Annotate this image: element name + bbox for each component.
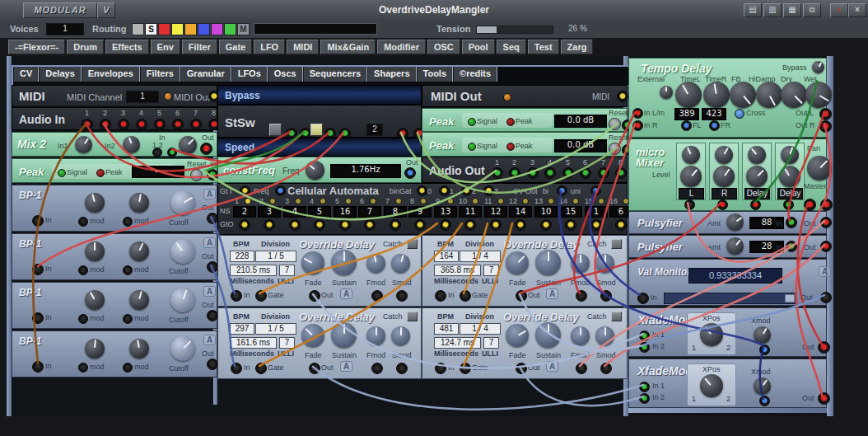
routing-swatch-0[interactable] [132,23,144,35]
audio-out-port-6[interactable] [580,167,591,179]
ca-gto-port-1[interactable] [239,219,250,231]
xfademod2-xmod-port[interactable] [759,396,770,406]
od1-division-field[interactable]: 1 / 5 [255,251,296,262]
tab-granular[interactable]: Granular [180,67,231,82]
peak-left-in-port[interactable] [207,169,218,180]
mixer-r-port[interactable] [717,199,728,210]
bp1-3-mod2-knob[interactable] [129,290,149,310]
ca-ns-field[interactable]: 3 [258,206,281,218]
val-monitor-slider-thumb[interactable] [785,294,795,302]
ca-ns-field[interactable]: 2 [233,206,256,218]
mixer-delay2-port[interactable] [783,199,794,210]
tab-filters[interactable]: Filters [140,67,180,82]
ca-gto-port-13[interactable] [540,219,552,231]
od4-bpm-field[interactable]: 481 [434,323,459,335]
audio-in-port-2[interactable] [100,119,111,130]
bp1-2-mod2-knob[interactable] [129,241,149,261]
tab-zarg[interactable]: Zarg [561,40,594,54]
ca-ns-field[interactable]: 8 [384,206,407,218]
ca-gto-port-12[interactable] [515,219,526,231]
audio-out-port-2[interactable] [509,167,520,179]
routing-swatch-yellow[interactable] [171,23,184,35]
val-monitor-out-port[interactable] [820,292,832,303]
routing-swatch-magenta[interactable] [211,23,223,35]
audio-in-port-4[interactable] [136,119,147,130]
audio-in-port-3[interactable] [118,119,129,130]
mixer-master-out-r-port[interactable] [820,199,833,211]
tab-env[interactable]: Env [151,40,180,54]
tab-test[interactable]: Test [528,40,559,54]
od1-out-port[interactable] [309,290,320,302]
od2-fade-knob[interactable] [506,251,529,274]
pulsyfier1-amt-knob[interactable] [726,213,744,231]
mixer-l-port[interactable] [684,199,695,210]
mixer-delay2-level-knob[interactable] [779,166,800,187]
od4-smod-knob[interactable] [595,326,614,345]
bp1-2-out-port[interactable] [207,261,218,273]
od3-out-port[interactable] [309,363,320,374]
tab-lfos[interactable]: LFOs [231,67,268,82]
tab-delays[interactable]: Delays [39,67,81,82]
od4-gate-port[interactable] [460,363,471,374]
pulsyfier1-in-port[interactable] [786,217,797,228]
tempo-external-knob[interactable] [660,86,673,99]
mixer-master-knob[interactable] [807,156,832,180]
od3-in-port[interactable] [231,363,242,374]
ca-gto-port-9[interactable] [440,219,451,231]
od1-fmod-port[interactable] [371,290,383,302]
od2-smod-knob[interactable] [595,254,614,273]
bp1-1-mod2-knob[interactable] [129,193,149,213]
tempo-in-r-port[interactable] [632,120,643,131]
tab-tools[interactable]: Tools [417,67,454,82]
od4-fade-knob[interactable] [506,324,529,347]
minimize-button[interactable]: ▪ [830,3,848,17]
peak1-reset-button[interactable] [609,118,621,130]
audio-out-port-4[interactable] [544,167,556,179]
bp1-2-a-button[interactable]: A [203,237,216,248]
mixer-delay1-level-knob[interactable] [746,166,768,187]
mix2-in2-knob[interactable] [123,136,140,153]
audio-out-port-1[interactable] [492,167,503,179]
tab-lfo[interactable]: LFO [254,40,285,54]
mix2-in-port-1[interactable] [152,148,162,157]
module-bypass-bar[interactable]: Bypass [217,85,422,105]
bp1-4-a-button[interactable]: A [203,335,216,345]
od1-smod-port[interactable] [396,290,408,302]
od3-fmod-port[interactable] [371,363,383,374]
val-monitor-slider[interactable] [664,293,797,304]
mixer-master-out-l-port[interactable] [804,199,816,211]
mixer-delay1-pan-knob[interactable] [748,146,766,164]
od2-sustain-knob[interactable] [535,250,561,275]
save-icon[interactable]: ▤ [744,3,762,17]
od1-gate-port[interactable] [255,290,267,302]
bp1-2-mod1-port[interactable] [78,265,88,275]
audio-out-port-3[interactable] [527,167,539,179]
ca-ns-field[interactable]: 7 [358,206,381,218]
bp1-1-cutoff-knob[interactable] [170,190,195,215]
ca-ns-field[interactable]: 1 [585,206,608,218]
xfademod2-out-port[interactable] [818,392,830,405]
tab-sequencers[interactable]: Sequencers [303,67,367,82]
bp1-4-cutoff-knob[interactable] [170,336,195,361]
od2-fmod-port[interactable] [576,290,587,302]
od2-division-field[interactable]: 1 / 4 [460,251,501,262]
mix2-out-port[interactable] [200,143,212,155]
od2-bpm-field[interactable]: 164 [434,251,459,262]
mixer-l-pan-knob[interactable] [682,146,700,164]
tempo-in-lm-port[interactable] [632,108,643,119]
audio-in-port-1[interactable] [82,119,93,130]
od3-catch-button[interactable] [407,312,418,321]
tab-gate[interactable]: Gate [219,40,252,54]
midi-channel-field[interactable]: 1 [126,91,159,103]
od2-fmod-knob[interactable] [571,254,590,273]
tab-filter[interactable]: Filter [182,40,217,54]
ca-ns-field[interactable]: 14 [509,206,532,218]
ca-ns-field[interactable]: 4 [283,206,306,218]
xfademod1-xpos-knob[interactable] [700,323,723,346]
bp1-1-mod1-port[interactable] [78,217,88,227]
mixer-l-level-knob[interactable] [680,166,702,187]
ca-ns-field[interactable]: 5 [308,206,331,218]
mixer-r-level-knob[interactable] [713,166,735,187]
bp1-3-mod1-knob[interactable] [85,290,105,310]
voices-field[interactable]: 1 [46,23,84,35]
